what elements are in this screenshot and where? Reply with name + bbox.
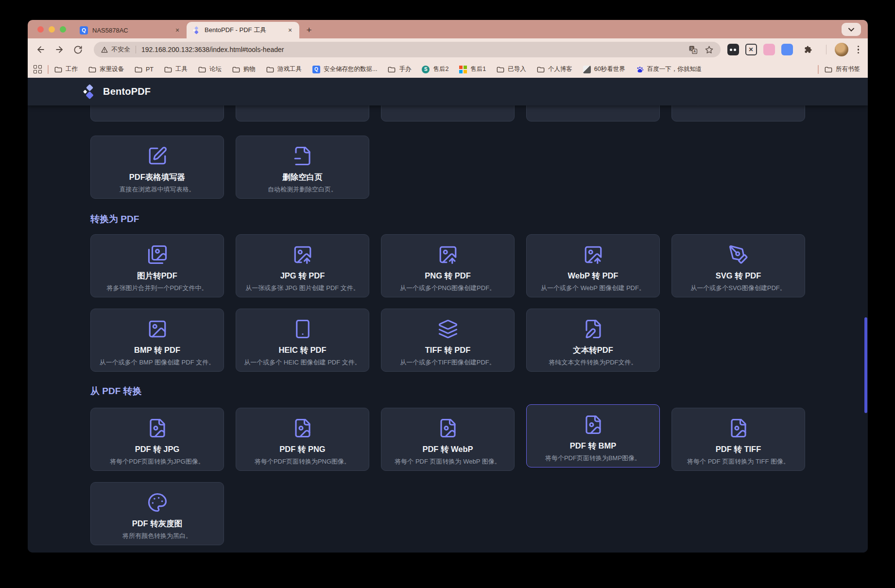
brand-name: BentoPDF — [103, 86, 151, 97]
tool-card[interactable]: PDF 转 BMP将每个PDF页面转换为BMP图像。 — [526, 404, 660, 467]
tool-card[interactable]: WebP 转 PDF从一个或多个 WebP 图像创建 PDF。 — [526, 234, 660, 297]
bookmark-item[interactable]: 游戏工具 — [266, 65, 302, 73]
card-title: BMP 转 PDF — [134, 345, 180, 355]
card-description: 将多张图片合并到一个PDF文件中。 — [107, 284, 208, 292]
card-title: PDF表格填写器 — [129, 172, 186, 182]
nas-favicon: Q — [80, 26, 88, 35]
bookmark-item[interactable]: 百度一下，你就知道 — [636, 65, 702, 73]
card-description: 从一个或多个TIFF图像创建PDF。 — [400, 358, 495, 366]
bookmark-item[interactable]: 购物 — [232, 65, 256, 73]
card-title: SVG 转 PDF — [716, 271, 761, 280]
folder-icon — [88, 66, 96, 73]
tool-card[interactable]: PDF 转灰度图将所有颜色转换为黑白。 — [90, 482, 224, 545]
tool-card[interactable]: 更改PDF文件中的文本颜色。 — [236, 105, 369, 121]
folder-icon — [54, 66, 62, 73]
tool-card[interactable]: TIFF 转 PDF从一个或多个TIFF图像创建PDF。 — [381, 309, 515, 372]
image-up-icon — [583, 244, 603, 265]
bookmark-label: 60秒看世界 — [594, 65, 625, 73]
brand[interactable]: BentoPDF — [82, 84, 151, 100]
zoom-window-button[interactable] — [60, 26, 66, 33]
card-title: PDF 转 JPG — [135, 444, 180, 454]
card-title: WebP 转 PDF — [568, 271, 619, 280]
tab-nas[interactable]: Q NAS5878AC × — [74, 22, 187, 38]
tool-card[interactable]: 图片转PDF将多张图片合并到一个PDF文件中。 — [90, 234, 224, 297]
image-up-icon — [293, 244, 313, 265]
tool-card[interactable]: BMP 转 PDF从一个或多个 BMP 图像创建 PDF 文件。 — [90, 309, 224, 372]
tool-card[interactable]: PNG 转 PDF从一个或多个PNG图像创建PDF。 — [381, 234, 515, 297]
tool-card[interactable]: 删除空白页自动检测并删除空白页。 — [236, 136, 369, 199]
bookmark-item[interactable]: Q安全储存您的数据... — [312, 65, 377, 73]
tool-card[interactable]: PDF 转 TIFF将每个 PDF 页面转换为 TIFF 图像。 — [671, 408, 805, 471]
card-description: 绘制、输入或上传您的签名。 — [407, 105, 489, 106]
extension-icon[interactable] — [781, 44, 793, 55]
apps-grid-icon[interactable] — [34, 65, 42, 73]
forward-icon — [54, 45, 64, 54]
tool-card[interactable]: PDF表格填写器直接在浏览器中填写表格。 — [90, 136, 224, 199]
card-description: 将每个 PDF 页面转换为 TIFF 图像。 — [687, 457, 790, 466]
security-chip[interactable]: 不安全 — [101, 45, 130, 54]
close-tab-icon[interactable]: × — [173, 26, 182, 35]
bookmark-item[interactable]: S售后2 — [422, 65, 448, 73]
bookmark-label: PT — [146, 66, 154, 73]
close-tab-icon[interactable]: × — [286, 26, 294, 35]
bookmark-item[interactable]: 售后1 — [459, 65, 486, 73]
tool-card-grid: PDF表格填写器直接在浏览器中填写表格。删除空白页自动检测并删除空白页。 — [90, 136, 805, 199]
new-tab-button[interactable]: + — [302, 23, 316, 37]
tab-title: NAS5878AC — [92, 27, 169, 34]
tool-card[interactable]: PDF 转 PNG将每个PDF页面转换为PNG图像。 — [236, 408, 369, 471]
card-description: 从一个或多个 HEIC 图像创建 PDF 文件。 — [244, 358, 361, 366]
extensions-button[interactable] — [801, 42, 816, 57]
tool-card[interactable]: 更改PDF文件的背景颜色。 — [90, 105, 224, 121]
bookmark-item[interactable]: 60秒看世界 — [583, 65, 625, 73]
tool-card[interactable]: JPG 转 PDF从一张或多张 JPG 图片创建 PDF 文件。 — [236, 234, 369, 297]
card-description: 更改PDF文件中的文本颜色。 — [261, 105, 344, 106]
tool-card[interactable]: SVG 转 PDF从一个或多个SVG图像创建PDF。 — [671, 234, 805, 297]
bookmark-star-icon[interactable] — [705, 45, 714, 54]
card-title: TIFF 转 PDF — [425, 345, 471, 355]
reload-icon — [73, 45, 83, 54]
card-title: PNG 转 PDF — [425, 271, 470, 280]
page-scrollbar[interactable] — [864, 317, 867, 413]
bookmark-item[interactable]: 工作 — [54, 65, 78, 73]
forward-button[interactable] — [52, 42, 67, 57]
bookmark-label: 家里设备 — [100, 65, 124, 73]
tab-search-button[interactable] — [842, 23, 861, 36]
image-up-icon — [438, 244, 458, 265]
tool-card-grid: 图片转PDF将多张图片合并到一个PDF文件中。JPG 转 PDF从一张或多张 J… — [90, 234, 805, 372]
extension-icon[interactable]: ✕ — [745, 44, 757, 55]
minimize-window-button[interactable] — [49, 26, 55, 33]
address-bar[interactable]: 不安全 192.168.200.132:3638/index.html#tool… — [94, 42, 721, 57]
folder-icon — [388, 66, 396, 73]
bookmark-item[interactable]: 家里设备 — [88, 65, 124, 73]
tool-card[interactable]: PDF 转 WebP将每个 PDF 页面转换为 WebP 图像。 — [381, 408, 515, 471]
qnap-icon: Q — [312, 66, 320, 73]
extension-icon[interactable] — [763, 44, 775, 55]
back-button[interactable] — [33, 42, 49, 57]
profile-avatar[interactable] — [835, 43, 848, 56]
bookmark-item[interactable]: PT — [135, 66, 154, 73]
tab-bentopdf[interactable]: BentoPDF - PDF 工具 × — [187, 22, 299, 38]
bookmark-item[interactable]: 工具 — [164, 65, 188, 73]
bookmark-item[interactable]: 论坛 — [198, 65, 222, 73]
card-description: 从一个或多个 WebP 图像创建 PDF。 — [541, 284, 645, 292]
bookmark-item[interactable]: 手办 — [388, 65, 411, 73]
tool-card[interactable]: 修剪PDF文件中每一页的页边距。 — [671, 105, 805, 121]
bookmark-label: 百度一下，你就知道 — [647, 65, 702, 73]
reload-button[interactable] — [70, 42, 86, 57]
svg-text:A: A — [693, 50, 696, 53]
browser-menu-button[interactable] — [855, 46, 862, 54]
folder-icon — [198, 66, 206, 73]
tool-card[interactable]: 删除评论、高亮和链接。 — [526, 105, 660, 121]
bookmark-item[interactable]: 个人博客 — [537, 65, 572, 73]
all-bookmarks-button[interactable]: 所有书签 — [825, 65, 860, 73]
extension-icon[interactable] — [727, 44, 739, 55]
bookmark-item[interactable]: 已导入 — [497, 65, 526, 73]
tool-card[interactable]: 文本转PDF将纯文本文件转换为PDF文件。 — [526, 309, 660, 372]
tool-card[interactable]: HEIC 转 PDF从一个或多个 HEIC 图像创建 PDF 文件。 — [236, 309, 369, 372]
translate-icon[interactable]: 文 A — [688, 45, 698, 54]
tool-card[interactable]: 绘制、输入或上传您的签名。 — [381, 105, 515, 121]
clipped-card-row: 更改PDF文件的背景颜色。更改PDF文件中的文本颜色。绘制、输入或上传您的签名。… — [90, 105, 805, 121]
tool-card[interactable]: PDF 转 JPG将每个PDF页面转换为JPG图像。 — [90, 408, 224, 471]
close-window-button[interactable] — [37, 26, 44, 33]
pen-tool-icon — [728, 244, 749, 265]
